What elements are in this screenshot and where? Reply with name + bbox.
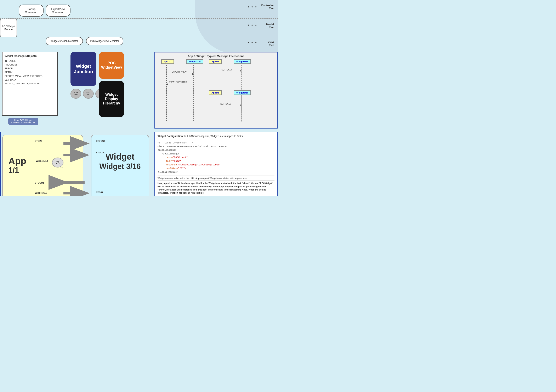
- seq-widget3: Widget3/16: [234, 90, 251, 95]
- code-name-val: "POCWidget": [173, 156, 188, 159]
- code-name-attr: name=: [166, 156, 173, 159]
- model-tier-label: ModelTier: [266, 23, 274, 29]
- startup-command-box: Startup Command: [19, 5, 44, 16]
- wgt-circle: Wgt 1/12: [52, 158, 63, 168]
- sequence-diagram: App1/1 Widget3/16 EXPORT_VIEW VIEW_EXPOR…: [157, 59, 275, 123]
- export-view-arrowhead: [192, 73, 194, 75]
- view-exported-arrowhead: [166, 83, 168, 85]
- widget1-label: Widget1/12: [36, 160, 48, 162]
- widget-config-panel: Widget Configuration: In LilaClientConfi…: [154, 132, 278, 196]
- seq-widget1: Widget3/16: [186, 59, 203, 64]
- code-module-close: </local:module>: [158, 170, 274, 174]
- code-task-val: "show": [173, 160, 181, 162]
- controller-tier-label: ControllerTier: [261, 4, 274, 10]
- code-pool-line: poolSize="20"/>: [158, 167, 274, 170]
- code-pool-val: "20"/>: [178, 167, 186, 169]
- set-data-line-2: [214, 105, 241, 105]
- view-exported-label: VIEW_EXPORTED: [169, 81, 187, 83]
- dashed-separator-2: [0, 35, 278, 35]
- stdlog-label: STDLOG: [96, 151, 106, 154]
- wms-item: INITIALIZE: [5, 59, 55, 63]
- bottom-left-panel: App 1/1 Widget1/12 Wgt 1/12 STDIN STDOUT…: [0, 132, 151, 196]
- wms-item: READY: [5, 70, 55, 74]
- app-yellow-box: App 1/1 Widget1/12 Wgt 1/12 STDIN STDOUT…: [2, 135, 83, 196]
- std-out-button[interactable]: STD OUT: [70, 89, 81, 99]
- poc-widgetview-box: POC WidgetView: [99, 52, 124, 79]
- config-title-bold: Widget Configuration:: [158, 135, 184, 138]
- seq-vline-5: [214, 96, 214, 122]
- config-desc-2: Here, a pool size of 20 has been specifi…: [158, 182, 274, 194]
- view-dots: • • •: [247, 40, 257, 45]
- code-module-open: <local:module>: [158, 148, 274, 152]
- wms-item: SELECT_DATA / DATA_SELECTED: [5, 82, 55, 85]
- code-resourcebase: <local:resourceBase>resources/</local:re…: [158, 145, 274, 149]
- widget-cyan-box: Widget Widget 3/16 STDOUT STDLOG STDIN: [91, 135, 149, 196]
- app-widget-panel: App & Widget: Typical Message Interactio…: [154, 52, 278, 129]
- export-view-line: [166, 74, 193, 74]
- set-data-arrowhead-2: [240, 104, 241, 106]
- code-comment: <!-- Local Environment -->: [158, 141, 274, 145]
- dashed-separator-1: [0, 18, 278, 19]
- seq-vline-1: [166, 65, 167, 121]
- app-widget-title: App & Widget: Typical Message Interactio…: [157, 54, 275, 58]
- seq-app2: App1/1: [209, 59, 222, 64]
- widget-display-hierarchy-box: Widget Display Hierarchy: [99, 81, 124, 117]
- code-name-line: name="POCWidget": [158, 156, 274, 159]
- set-data-arrowhead-1: [240, 70, 241, 72]
- code-resource-line: resource="modules/widgets/POCWidget.swf": [158, 163, 274, 167]
- widgetjunction-mediator-box: WidgetJunction Mediator: [46, 37, 83, 45]
- config-title-end: .: [243, 135, 244, 138]
- app-sub-label: 1/1: [8, 166, 19, 175]
- code-pool-attr: poolSize=: [166, 167, 178, 169]
- widget-message-subjects-panel: Widget Message Subjects INITIALIZE PROGR…: [2, 52, 58, 116]
- model-dots: • • •: [247, 23, 257, 28]
- controller-dots: • • •: [247, 5, 257, 9]
- wms-item: SET_DATA: [5, 78, 55, 82]
- pocwidget-facade-box: POCWidget Facade: [0, 19, 17, 37]
- stdin-bottom-label: STDIN: [96, 191, 103, 194]
- code-resource-val: "modules/widgets/POCWidget.swf": [178, 164, 221, 166]
- seq-vline-6: [241, 96, 241, 122]
- widget3-label-app: Widget3/16: [35, 192, 47, 194]
- export-view-label: EXPORT_VIEW: [172, 71, 186, 73]
- wms-title: Widget Message Subjects: [5, 54, 55, 57]
- code-task-attr: task=: [166, 160, 173, 162]
- config-desc-1: Widgets are not reflected in the URL. Ap…: [158, 177, 274, 181]
- stdout-bottom-label: STDOUT: [35, 182, 44, 184]
- code-task-line: task="show": [158, 159, 274, 163]
- lila-poc-badge: Lila / POC Widget Cliff Hall / Futuresca…: [8, 118, 38, 125]
- seq-app1: App1/1: [161, 59, 174, 64]
- std-in-button[interactable]: STD IN: [83, 89, 94, 99]
- exportview-command-box: ExportView Command: [46, 5, 70, 16]
- code-widget-tag: <local:widget: [158, 152, 274, 156]
- seq-widget2: Widget3/16: [234, 59, 251, 64]
- set-data-line-1: [214, 71, 241, 71]
- wms-item: ERROR: [5, 67, 55, 70]
- config-title-bar: Widget Configuration: In LilaClientConfi…: [158, 135, 274, 139]
- config-title-italic: tasks: [237, 135, 243, 138]
- config-title-desc: In LilaClientConfig.xml, Widgets are map…: [184, 135, 237, 138]
- wms-items: INITIALIZE PROGRESS ERROR READY EXPORT_V…: [5, 59, 55, 85]
- pocwidgetview-mediator-box: POCWidgetView Mediator: [86, 37, 123, 45]
- app-big-label: App: [8, 156, 26, 166]
- widget-sub-label: Widget 3/16: [99, 162, 141, 171]
- widget-junction-box: Widget Junction: [70, 52, 96, 86]
- config-code-block: <!-- Local Environment --> <local:resour…: [158, 141, 274, 174]
- wms-item: PROGRESS: [5, 63, 55, 67]
- code-resource-attr: resource=: [166, 164, 178, 166]
- stdout-top-label: STDOUT: [96, 140, 105, 142]
- config-desc-section: Widgets are not reflected in the URL. Ap…: [158, 176, 274, 194]
- wms-item: EXPORT_VIEW / VIEW_EXPORTED: [5, 74, 55, 78]
- view-tier-label: ViewTier: [268, 40, 274, 47]
- config-desc-1-italic: task: [243, 177, 247, 179]
- seq-app3: App1/1: [209, 90, 222, 95]
- widget-big-label: Widget: [106, 152, 135, 162]
- stdin-top-label: STDIN: [35, 140, 42, 142]
